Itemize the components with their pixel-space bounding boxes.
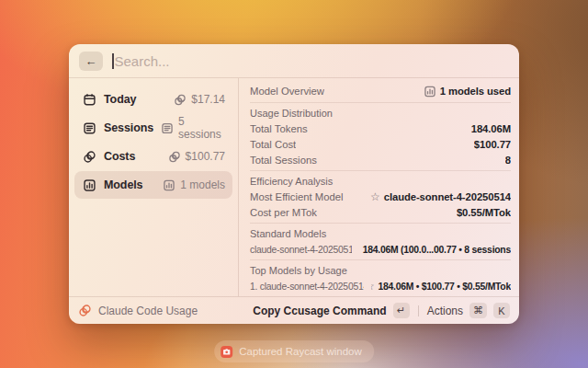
- search-bar: ←: [69, 44, 519, 77]
- detail-row-label: Total Sessions: [250, 155, 317, 166]
- sidebar-item-label: Costs: [104, 150, 161, 163]
- sidebar: Today$17.14Sessions5 sessionsCosts$100.7…: [69, 78, 238, 296]
- sidebar-item-today[interactable]: Today$17.14: [74, 86, 232, 113]
- bar-chart-icon: [424, 85, 436, 98]
- sidebar-item-value: $17.14: [174, 93, 225, 106]
- search-input[interactable]: [115, 53, 510, 69]
- sidebar-item-value: 5 sessions: [161, 115, 225, 141]
- detail-row-value: ☆184.06M (100.0...00.77 • 8 sessions: [359, 244, 511, 255]
- sidebar-item-label: Today: [104, 93, 166, 106]
- bar-chart-icon: [82, 178, 96, 192]
- detail-header-row: Model Overview1 models used: [250, 83, 511, 100]
- section-divider: [250, 223, 511, 224]
- detail-header-label: Model Overview: [250, 86, 324, 97]
- section-title: Usage Distribution: [250, 108, 333, 119]
- sidebar-item-label: Sessions: [104, 121, 153, 134]
- detail-row-value: 184.06M: [471, 123, 511, 134]
- toast-label: Captured Raycast window: [239, 346, 362, 357]
- detail-row: Total Sessions8: [250, 153, 511, 168]
- footer: Claude Code Usage Copy Ccusage Command ↵…: [69, 297, 519, 324]
- detail-row-label: 1. claude-sonnet-4-20250514: [250, 282, 364, 292]
- detail-row-label: Most Efficient Model: [250, 191, 344, 202]
- detail-row: Total Tokens184.06M: [250, 121, 511, 137]
- command-key-badge: ⌘: [469, 303, 487, 318]
- sidebar-item-value: 1 models: [163, 178, 225, 191]
- detail-row-value: ☆184.06M • $100.77 • $0.55/MTok: [371, 281, 511, 292]
- coins-icon: [174, 93, 187, 106]
- section-title-row: Top Models by Usage: [250, 263, 511, 279]
- detail-row-value: 8: [505, 155, 511, 166]
- detail-row: Cost per MTok$0.55/MTok: [250, 205, 511, 221]
- detail-row-label: Cost per MTok: [250, 207, 317, 218]
- sidebar-item-models[interactable]: Models1 models: [74, 171, 232, 199]
- detail-row-label: claude-sonnet-4-20250514: [250, 245, 352, 255]
- actions-button[interactable]: Actions: [427, 305, 463, 317]
- sidebar-item-costs[interactable]: Costs$100.77: [74, 143, 232, 170]
- footer-separator: [418, 305, 419, 316]
- copy-ccusage-command-button[interactable]: Copy Ccusage Command: [253, 305, 386, 317]
- capture-toast: Captured Raycast window: [214, 340, 374, 362]
- star-icon: ☆: [370, 191, 380, 202]
- sessions-icon: [161, 121, 174, 134]
- detail-header-value: 1 models used: [424, 85, 511, 98]
- sessions-icon: [82, 121, 96, 135]
- section-title: Standard Models: [250, 228, 326, 239]
- bar-chart-icon: [163, 178, 175, 191]
- sidebar-item-sessions[interactable]: Sessions5 sessions: [74, 114, 232, 142]
- sidebar-item-value: $100.77: [168, 150, 225, 163]
- detail-row-label: Total Tokens: [250, 123, 308, 134]
- back-button[interactable]: ←: [79, 52, 103, 71]
- section-divider: [250, 170, 511, 171]
- k-key-badge: K: [493, 303, 510, 318]
- coins-icon: [82, 149, 96, 164]
- section-title-row: Efficiency Analysis: [250, 174, 511, 190]
- star-icon: ☆: [371, 281, 375, 292]
- detail-row-value: $100.77: [474, 139, 511, 150]
- detail-panel: Model Overview1 models usedUsage Distrib…: [239, 78, 519, 296]
- raycast-window: ← Today$17.14Sessions5 sessionsCosts$100…: [69, 44, 519, 324]
- detail-row-value: ☆claude-sonnet-4-20250514: [370, 191, 511, 202]
- camera-icon: [220, 346, 232, 358]
- detail-row-value: $0.55/MTok: [457, 207, 511, 218]
- detail-row: Most Efficient Model☆claude-sonnet-4-202…: [250, 190, 511, 205]
- section-title-row: Standard Models: [250, 226, 511, 242]
- calendar-icon: [82, 92, 96, 107]
- section-title: Efficiency Analysis: [250, 176, 333, 187]
- detail-row: Total Cost$100.77: [250, 137, 511, 153]
- detail-row: claude-sonnet-4-20250514☆184.06M (100.0.…: [250, 242, 511, 258]
- coins-icon: [168, 150, 181, 163]
- section-title: Top Models by Usage: [250, 265, 347, 276]
- return-key-badge: ↵: [393, 303, 410, 318]
- coins-icon: [78, 304, 92, 317]
- sidebar-item-label: Models: [104, 178, 155, 191]
- section-title-row: Usage Distribution: [250, 106, 511, 121]
- section-divider: [250, 102, 511, 103]
- text-caret: [112, 53, 114, 69]
- detail-row: 1. claude-sonnet-4-20250514☆184.06M • $1…: [250, 279, 511, 294]
- arrow-left-icon: ←: [85, 54, 97, 68]
- detail-row-label: Total Cost: [250, 139, 296, 150]
- section-divider: [250, 259, 511, 260]
- app-name: Claude Code Usage: [98, 305, 246, 317]
